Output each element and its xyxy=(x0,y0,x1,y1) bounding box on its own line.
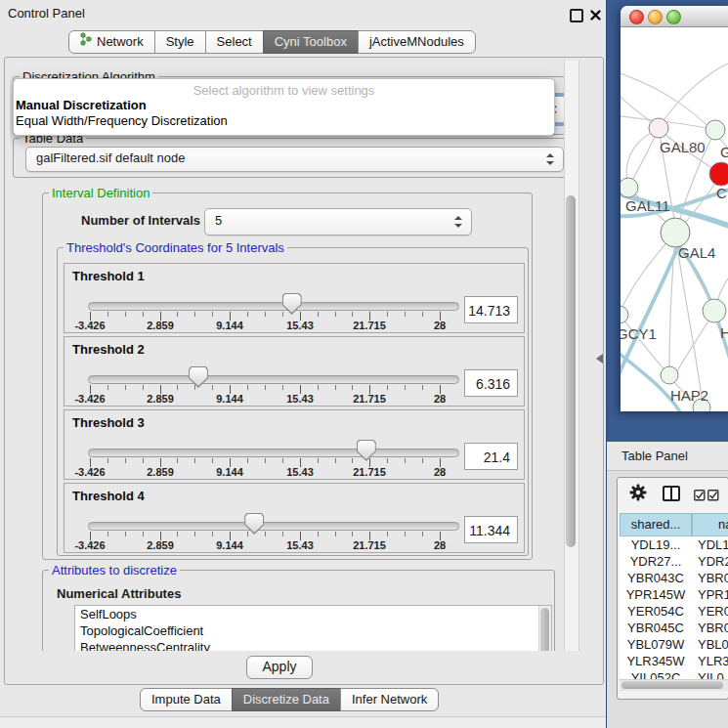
threshold-4-label: Threshold 4 xyxy=(72,489,145,503)
traffic-light-minimize[interactable] xyxy=(648,10,663,24)
tab-discretize-data[interactable]: Discretize Data xyxy=(232,688,341,711)
threshold-3-value-field[interactable]: 21.4 xyxy=(464,443,518,470)
threshold-2-row: Threshold 2 -3.426 2.859 9.144 15.43 21.… xyxy=(64,336,525,407)
node-ga-partial[interactable] xyxy=(706,120,725,140)
tick-label: 21.715 xyxy=(345,320,394,331)
threshold-2-label: Threshold 2 xyxy=(72,342,145,357)
interval-definition-title: Interval Definition xyxy=(49,186,152,200)
traffic-light-zoom[interactable] xyxy=(666,10,681,24)
tick-label: 9.144 xyxy=(205,393,254,405)
number-of-intervals-value: 5 xyxy=(215,209,222,233)
network-view-window[interactable]: GAL80 GA C GAL11 GAL4 GCY1 H HAP2 xyxy=(621,6,728,411)
table-data-combo[interactable]: galFiltered.sif default node xyxy=(25,147,564,172)
table-row[interactable]: YBR045CYBR0 xyxy=(620,620,728,636)
node-red-selected[interactable] xyxy=(709,162,728,186)
tick-label: 28 xyxy=(415,539,464,551)
tick-label: 2.859 xyxy=(136,393,185,405)
numerical-attributes-list: SelfLoops TopologicalCoefficient Between… xyxy=(74,605,552,651)
list-vertical-scrollbar[interactable] xyxy=(538,606,551,651)
table-row[interactable]: YER054CYER0 xyxy=(620,603,728,620)
close-icon[interactable] xyxy=(589,8,602,25)
threshold-3-label: Threshold 3 xyxy=(72,415,145,430)
tick-label: -3.426 xyxy=(65,320,114,331)
traffic-light-close[interactable] xyxy=(629,10,644,24)
top-tab-bar: Network Style Select Cyni Toolbox jActiv… xyxy=(68,30,476,54)
tick-label: 28 xyxy=(415,393,464,405)
table-panel-titlebar: Table Panel xyxy=(607,442,728,471)
table-row[interactable]: YPR145WYPR1 xyxy=(620,586,728,603)
table-body: YDL19...YDL1 YDR27...YDR2 YBR043CYBR0 YP… xyxy=(620,536,728,679)
table-row[interactable]: YBL079WYBL0 xyxy=(620,636,728,653)
node-gal4[interactable] xyxy=(661,218,690,247)
list-item-betweennesscentrality[interactable]: BetweennessCentrality xyxy=(75,639,551,651)
popup-prompt: Select algorithm to view settings xyxy=(14,79,554,98)
network-canvas[interactable]: GAL80 GA C GAL11 GAL4 GCY1 H HAP2 xyxy=(621,27,728,411)
tick-label: 9.144 xyxy=(205,539,254,551)
select-rows-checkbox-icon[interactable] xyxy=(707,488,719,505)
tick-label: -3.426 xyxy=(65,539,114,551)
apply-button[interactable]: Apply xyxy=(246,656,313,679)
algorithm-dropdown-popup: Select algorithm to view settings Manual… xyxy=(13,78,555,136)
float-window-icon[interactable] xyxy=(570,9,583,22)
network-icon xyxy=(80,31,92,53)
tab-cyni-toolbox[interactable]: Cyni Toolbox xyxy=(263,30,359,54)
threshold-4-value-field[interactable]: 11.344 xyxy=(464,516,518,543)
threshold-2-value-field[interactable]: 6.316 xyxy=(464,369,518,397)
table-row[interactable]: YBR043CYBR0 xyxy=(620,570,728,586)
table-data-combo-value: galFiltered.sif default node xyxy=(36,148,185,169)
tab-jactivemnodules[interactable]: jActiveMNodules xyxy=(358,30,476,54)
node-h-partial[interactable] xyxy=(703,299,726,322)
splitter-handle-icon[interactable] xyxy=(596,354,603,364)
tab-infer-network[interactable]: Infer Network xyxy=(340,688,439,711)
number-of-intervals-label: Number of Intervals xyxy=(81,213,200,228)
combo-stepper-icon xyxy=(546,153,554,165)
column-header-shared-name[interactable]: shared... xyxy=(620,513,692,536)
tick-label: 21.715 xyxy=(345,539,394,551)
tick-label: 28 xyxy=(415,466,464,478)
table-row[interactable]: YLR345WYLR3 xyxy=(620,653,728,669)
threshold-2-slider[interactable] xyxy=(88,375,459,384)
network-window-titlebar[interactable] xyxy=(621,6,728,27)
node-gal80[interactable] xyxy=(649,118,668,138)
tick-label: 15.43 xyxy=(276,466,324,478)
table-row[interactable]: YIL052CYIL0 xyxy=(620,669,728,679)
tab-impute-data[interactable]: Impute Data xyxy=(140,688,233,711)
table-row[interactable]: YDL19...YDL1 xyxy=(620,536,728,553)
bottom-tab-bar: Impute Data Discretize Data Infer Networ… xyxy=(140,688,439,711)
list-item-selfloops[interactable]: SelfLoops xyxy=(75,606,551,622)
node-gal11[interactable] xyxy=(621,178,638,197)
table-window: shared... na YDL19...YDL1 YDR27...YDR2 Y… xyxy=(617,477,728,700)
column-header-name[interactable]: na xyxy=(692,513,728,536)
tick-label: 15.43 xyxy=(276,320,324,331)
tab-network-label: Network xyxy=(97,31,144,53)
list-item-topologicalcoefficient[interactable]: TopologicalCoefficient xyxy=(75,622,551,639)
settings-gear-icon[interactable] xyxy=(629,484,647,505)
popup-option-manual-discretization[interactable]: Manual Discretization xyxy=(14,98,554,113)
threshold-1-slider[interactable] xyxy=(88,302,459,311)
cyni-scroll-viewport: Discretization Algorithm Select algorith… xyxy=(10,61,564,651)
table-scrollbar-thumb[interactable] xyxy=(621,681,723,689)
number-of-intervals-combo[interactable]: 5 xyxy=(204,208,472,236)
tab-style[interactable]: Style xyxy=(154,30,206,54)
table-row[interactable]: YDR27...YDR2 xyxy=(620,553,728,570)
threshold-4-slider[interactable] xyxy=(88,522,459,531)
table-horizontal-scrollbar[interactable] xyxy=(620,679,728,691)
tab-select[interactable]: Select xyxy=(205,30,264,54)
node-gcy1[interactable] xyxy=(621,306,628,323)
threshold-3-slider[interactable] xyxy=(88,449,459,457)
popup-option-equal-width-frequency[interactable]: Equal Width/Frequency Discretization xyxy=(14,113,554,129)
threshold-1-value-field[interactable]: 14.713 xyxy=(464,296,518,323)
status-strip xyxy=(0,717,606,728)
tick-label: 15.43 xyxy=(276,393,324,405)
tab-network[interactable]: Network xyxy=(68,30,155,54)
select-columns-checkbox-icon[interactable] xyxy=(694,488,706,505)
tick-label: -3.426 xyxy=(65,393,114,405)
numerical-attributes-heading: Numerical Attributes xyxy=(57,586,181,601)
node-label-ga: GA xyxy=(720,144,728,160)
column-layout-icon[interactable] xyxy=(663,486,680,501)
node-hap2[interactable] xyxy=(661,366,678,384)
table-panel-title: Table Panel xyxy=(621,449,688,463)
list-scrollbar-thumb[interactable] xyxy=(540,608,549,651)
panel-scrollbar-thumb[interactable] xyxy=(566,195,576,547)
node-label-gal4: GAL4 xyxy=(678,244,715,261)
